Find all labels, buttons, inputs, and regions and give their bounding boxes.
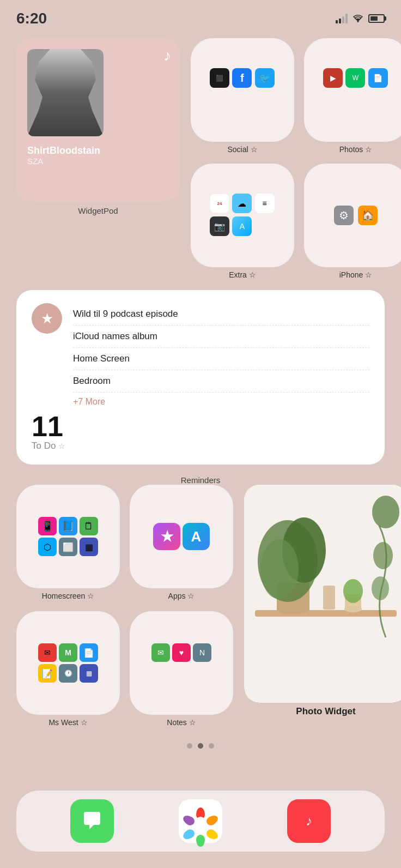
svg-point-7 — [260, 539, 299, 599]
photos-folder-label: Photos ☆ — [339, 145, 372, 154]
apps-star-icon: ★ — [153, 523, 180, 550]
status-bar: 6:20 — [0, 0, 401, 33]
photo-widget[interactable] — [244, 485, 401, 703]
settings-icon: ⚙ — [334, 206, 354, 225]
svg-point-11 — [372, 496, 399, 528]
photo-widget-item: Photo Widget — [244, 485, 401, 727]
widgetpod-label: WidgetPod — [78, 206, 118, 215]
apps-folder-wrap: ★ A Apps ☆ — [130, 485, 233, 600]
right-col-1: ⬛ f 🐦 Social ☆ ▶ W 📄 — [191, 38, 401, 279]
reminders-list: Wild til 9 podcast episode iCloud names … — [73, 303, 369, 407]
hs-icon-2: 📘 — [59, 517, 77, 535]
notes-mini-icon: ≡ — [255, 194, 275, 213]
signal-icon — [336, 14, 348, 23]
col-left-2: 📱 📘 🗒 ⬡ ⬜ ▦ Homescreen ☆ — [16, 485, 233, 727]
notes-icon-1: ✉ — [151, 643, 170, 662]
empty-slot — [255, 216, 275, 236]
social-folder[interactable]: ⬛ f 🐦 — [191, 38, 294, 142]
social-label: Social ☆ — [227, 145, 257, 154]
apps-folder[interactable]: ★ A — [130, 485, 233, 588]
hs-icon-4: ⬡ — [38, 538, 57, 556]
dock: ♪ — [16, 791, 385, 852]
reminders-header: ★ Wild til 9 podcast episode iCloud name… — [32, 303, 369, 407]
homescreen-folder-wrap: 📱 📘 🗒 ⬡ ⬜ ▦ Homescreen ☆ — [16, 485, 120, 600]
petal-green — [196, 835, 205, 847]
empty-3 — [193, 664, 211, 683]
mw-gmail-icon: ✉ — [38, 643, 57, 662]
photos-icon — [187, 807, 214, 835]
reminders-more[interactable]: +7 More — [73, 393, 369, 407]
petal-purple — [181, 813, 196, 827]
iphone-folder-wrap: ⚙ 🏠 iPhone ☆ — [304, 164, 401, 279]
widgetpod-item: ♪ ShirtBloodstain SZA WidgetPod — [16, 38, 180, 215]
empty-1 — [151, 664, 170, 683]
twitter-icon: 🐦 — [255, 68, 275, 88]
weather-icon: ☁ — [232, 194, 252, 213]
svg-point-12 — [373, 542, 393, 569]
notes-icon-2: ♥ — [172, 643, 191, 662]
hs-icon-6: ▦ — [80, 538, 98, 556]
page-dot-3[interactable] — [209, 743, 214, 749]
wechat-icon: W — [345, 68, 365, 88]
svg-rect-2 — [255, 610, 397, 617]
extra-folder-wrap: 24 ☁ ≡ 📷 A Extra ☆ — [191, 164, 294, 279]
extra-folder[interactable]: 24 ☁ ≡ 📷 A — [191, 164, 294, 267]
camera-icon: 📷 — [210, 216, 229, 236]
iphone-grid: ⚙ 🏠 — [334, 206, 378, 225]
notes-folder[interactable]: ✉ ♥ N — [130, 611, 233, 715]
homescreen-folder[interactable]: 📱 📘 🗒 ⬡ ⬜ ▦ — [16, 485, 120, 588]
notes-label: Notes ☆ — [167, 718, 196, 727]
notes-folder-wrap: ✉ ♥ N Notes ☆ — [130, 611, 233, 727]
mswest-folder-wrap: ✉ M 📄 📝 🕐 ▦ Ms West ☆ — [16, 611, 120, 727]
iphone-label: iPhone ☆ — [339, 270, 372, 279]
photos-folder[interactable]: ▶ W 📄 — [304, 38, 401, 142]
photo-widget-label: Photo Widget — [296, 706, 355, 717]
mw-blue-icon: 📄 — [80, 643, 98, 662]
plant-scene-svg — [244, 485, 401, 703]
reminders-count-wrap: 11 To Do ☆ — [32, 412, 65, 451]
iphone-folder[interactable]: ⚙ 🏠 — [304, 164, 401, 267]
social-folder-wrap: ⬛ f 🐦 Social ☆ — [191, 38, 294, 154]
photo-widget-inner — [244, 485, 401, 703]
status-icons — [336, 14, 385, 23]
hs-icon-5: ⬜ — [59, 538, 77, 556]
svg-rect-14 — [323, 586, 335, 610]
row-1: ♪ ShirtBloodstain SZA WidgetPod ⬛ — [16, 38, 385, 279]
homescreen-grid: 📱 📘 🗒 ⬡ ⬜ ▦ — [38, 517, 98, 556]
mswest-folder[interactable]: ✉ M 📄 📝 🕐 ▦ — [16, 611, 120, 715]
photos-app[interactable] — [179, 799, 222, 843]
reminders-widget[interactable]: ★ Wild til 9 podcast episode iCloud name… — [16, 290, 385, 465]
app-row-mswest-notes: ✉ M 📄 📝 🕐 ▦ Ms West ☆ ✉ — [16, 611, 233, 727]
homescreen-label: Homescreen ☆ — [42, 592, 94, 600]
page-dot-1[interactable] — [187, 743, 192, 749]
petal-center — [196, 817, 205, 825]
reminders-todo-label: To Do ☆ — [32, 441, 65, 451]
reminders-bottom: 11 To Do ☆ — [32, 412, 369, 451]
widget-pod[interactable]: ♪ ShirtBloodstain SZA — [16, 38, 180, 202]
apps-label: Apps ☆ — [168, 592, 195, 600]
hs-icon-1: 📱 — [38, 517, 57, 535]
svg-point-10 — [343, 579, 363, 603]
mswest-grid: ✉ M 📄 📝 🕐 ▦ — [38, 643, 98, 683]
svg-point-0 — [357, 21, 359, 22]
reminder-item-2: iCloud names album — [73, 326, 369, 348]
notes-icon-3: N — [193, 643, 211, 662]
reminders-label: Reminders — [16, 475, 385, 485]
social-grid: ⬛ f 🐦 — [210, 68, 275, 112]
docs-icon: 📄 — [368, 68, 388, 88]
page-dot-2[interactable] — [198, 743, 203, 749]
music-note-icon: ♪ — [163, 47, 171, 64]
mswest-label: Ms West ☆ — [48, 718, 87, 727]
song-title: ShirtBloodstain — [27, 145, 169, 156]
svg-text:♪: ♪ — [306, 813, 312, 828]
reels-icon: ▶ — [323, 68, 343, 88]
messages-app[interactable] — [70, 799, 114, 843]
music-app[interactable]: ♪ — [287, 799, 331, 843]
app-row-homescreen-apps: 📱 📘 🗒 ⬡ ⬜ ▦ Homescreen ☆ — [16, 485, 233, 600]
mw-clock-icon: 🕐 — [59, 664, 77, 683]
home-icon: 🏠 — [358, 206, 378, 225]
battery-icon — [368, 14, 385, 23]
hs-icon-3: 🗒 — [80, 517, 98, 535]
home-screen: ♪ ShirtBloodstain SZA WidgetPod ⬛ — [0, 33, 401, 749]
photos-grid: ▶ W 📄 — [323, 68, 388, 112]
